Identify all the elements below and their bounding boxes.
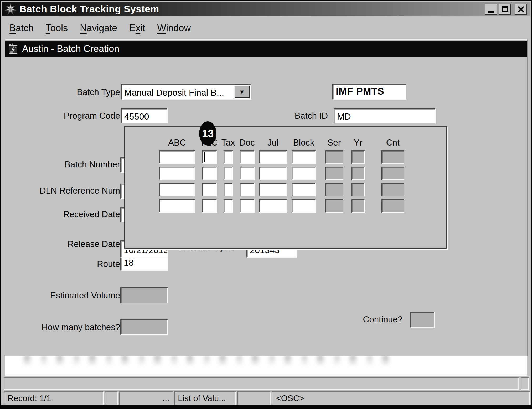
column-header-jul: Jul [267,138,278,148]
batch-creation-window: Austin - Batch Creation Batch Type Manua… [5,39,527,356]
status-ellipsis: ... [119,391,173,406]
status-list-of-values: List of Valu... [174,391,236,406]
grid-cell-block-row3[interactable] [292,183,316,196]
ghost-text-strip [5,356,527,376]
grid-cell-doc-row1[interactable] [240,150,255,164]
grid-cell-block-row2[interactable] [292,167,316,180]
dln-reference-label: DLN Reference Num [10,186,120,196]
how-many-batches-label: How many batches? [10,322,120,332]
program-code-field[interactable]: 45500 [121,108,168,123]
maximize-button[interactable] [499,4,511,15]
grid-cell-yr-row2 [351,167,365,180]
form-canvas: Batch Type Manual Deposit Final B... ▼ I… [5,58,527,356]
step-badge: 13 [199,121,216,146]
batch-id-field[interactable]: MD [334,108,436,123]
close-x-icon [518,6,524,12]
grid-cell-abc-row3[interactable] [159,183,195,196]
status-osc: <OSC> [272,391,530,406]
column-header-yr: Yr [354,138,363,148]
estimated-volume-value [121,288,167,290]
menu-batch[interactable]: Batch [9,23,34,34]
block-grid: ABCFLCTaxDocJulBlockSerYrCnt [125,127,446,248]
form-window-icon [7,43,19,55]
continue-label: Continue? [292,314,402,324]
column-header-tax: Tax [221,138,235,148]
menu-navigate[interactable]: Navigate [80,23,117,34]
status-record: Record: 1/1 [4,391,104,406]
received-date-label: Received Date [10,209,120,219]
close-button[interactable] [515,4,527,15]
grid-cell-yr-row4 [351,199,365,213]
estimated-volume-label: Estimated Volume [10,291,120,301]
grid-cell-cnt-row4 [381,199,404,213]
grid-cell-cnt-row3 [381,183,404,196]
grid-cell-tax-row1[interactable] [224,150,233,164]
block-entry-panel: ABCFLCTaxDocJulBlockSerYrCnt [124,126,447,249]
grid-cell-abc-row4[interactable] [159,199,195,213]
grid-cell-flc-row1[interactable] [202,150,217,164]
torch-star-icon [5,3,16,15]
grid-cell-jul-row1[interactable] [259,150,287,164]
text-cursor [204,152,205,162]
continue-value [411,313,434,315]
minimize-icon [488,11,494,13]
bottom-border [1,405,531,408]
grid-cell-tax-row4[interactable] [224,199,233,213]
status-empty-2 [237,391,271,406]
grid-cell-block-row4[interactable] [292,199,316,213]
grid-cell-tax-row2[interactable] [224,167,233,180]
dropdown-arrow-icon: ▼ [239,89,245,96]
menu-window[interactable]: Window [157,23,191,34]
batch-type-value: Manual Deposit Final B... [122,85,251,98]
title-bar: Batch Block Tracking System [2,2,530,16]
how-many-batches-field [120,319,168,335]
grid-cell-ser-row3 [325,183,343,196]
grid-cell-yr-row1 [351,150,365,164]
program-code-value: 45500 [122,109,167,122]
grid-cell-doc-row2[interactable] [240,167,255,180]
grid-cell-doc-row3[interactable] [240,183,255,196]
menu-bar: Batch Tools Navigate Exit Window [3,17,529,39]
grid-cell-tax-row3[interactable] [224,183,233,196]
grid-cell-abc-row2[interactable] [159,167,195,180]
grid-cell-yr-row3 [351,183,365,196]
minimize-button[interactable] [485,4,497,15]
grid-cell-cnt-row2 [381,167,404,180]
how-many-batches-value [121,320,167,322]
grid-cell-cnt-row1 [381,150,404,164]
grid-cell-jul-row3[interactable] [259,183,287,196]
grid-cell-jul-row2[interactable] [259,167,287,180]
grid-cell-doc-row4[interactable] [240,199,255,213]
window-title: Batch Block Tracking System [19,4,482,15]
continue-field [410,312,435,328]
batch-type-display-value: IMF PMTS [333,85,406,97]
menu-exit[interactable]: Exit [129,23,145,34]
batch-type-label: Batch Type [10,87,120,97]
grid-cell-ser-row1 [325,150,343,164]
grid-cell-flc-row2[interactable] [202,167,217,180]
batch-type-dropdown-button[interactable]: ▼ [234,86,250,98]
column-header-ser: Ser [327,138,341,148]
form-title-bar: Austin - Batch Creation [5,41,527,57]
grid-cell-flc-row3[interactable] [202,183,217,196]
ghost-text [24,356,397,368]
status-empty-1 [105,391,118,406]
grid-cell-ser-row2 [325,167,343,180]
release-date-label: Release Date [10,239,120,249]
estimated-volume-field [120,287,168,303]
column-header-abc: ABC [168,138,186,148]
column-header-block: Block [293,138,314,148]
route-label: Route [10,259,120,269]
column-header-doc: Doc [239,138,255,148]
grid-cell-block-row1[interactable] [292,150,316,164]
batch-type-combo[interactable]: Manual Deposit Final B... ▼ [121,84,251,100]
grid-cell-abc-row1[interactable] [159,150,195,164]
message-line [4,377,519,390]
grid-cell-flc-row4[interactable] [202,199,217,213]
maximize-icon [502,6,508,12]
batch-type-display-field: IMF PMTS [332,84,406,100]
message-line-end-box [521,377,529,390]
grid-cell-jul-row4[interactable] [259,199,287,213]
menu-tools[interactable]: Tools [46,23,68,34]
column-header-cnt: Cnt [386,138,400,148]
